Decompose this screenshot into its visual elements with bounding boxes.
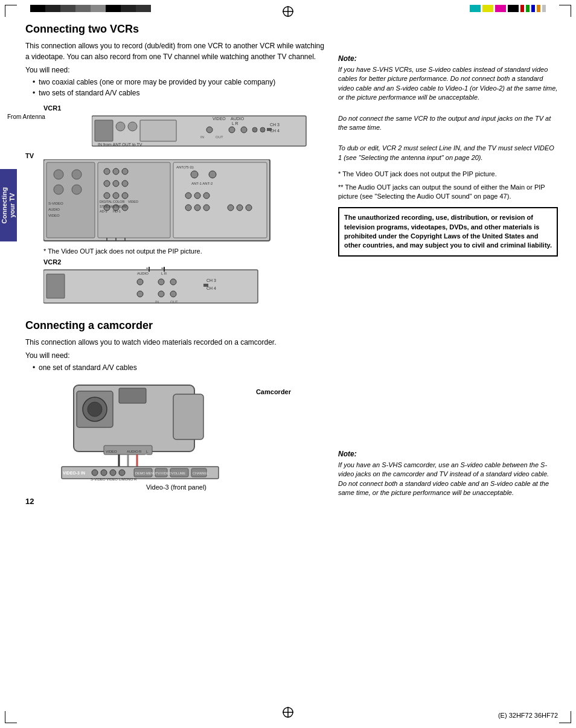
svg-text:OUT: OUT	[170, 300, 178, 304]
svg-text:VOLUME: VOLUME	[171, 471, 186, 475]
note1-line1: If you have S-VHS VCRs, use S-video cabl…	[338, 65, 558, 103]
note1-title: Note:	[338, 54, 558, 63]
section1-body: This connection allows you to record (du…	[25, 40, 327, 62]
vcr2-diagram-area: VCR2 CH 3 CH 4	[43, 258, 327, 311]
svg-point-72	[170, 279, 176, 285]
section1-title: Connecting two VCRs	[25, 23, 327, 36]
svg-text:OUT: OUT	[216, 135, 223, 139]
svg-point-28	[54, 185, 63, 194]
svg-text:AUDIO: AUDIO	[231, 117, 245, 121]
svg-point-53	[194, 205, 200, 211]
svg-text:VIDEO: VIDEO	[106, 450, 117, 453]
note1-line2: Do not connect the same VCR to the outpu…	[338, 114, 558, 133]
svg-text:ANT(75 Ω): ANT(75 Ω)	[176, 165, 194, 169]
svg-text:DEMO  MENU: DEMO MENU	[135, 471, 156, 475]
svg-text:VIDEO: VIDEO	[48, 214, 60, 217]
svg-point-19	[260, 127, 265, 132]
svg-point-12	[206, 127, 213, 133]
svg-point-57	[246, 205, 252, 211]
vcr2-svg: CH 3 CH 4 IN OUT AUDIO L R * **	[43, 267, 261, 309]
tv-label: TV	[25, 152, 327, 159]
star-note-right-1: * The Video OUT jack does not output the…	[338, 170, 558, 179]
svg-point-34	[113, 168, 119, 174]
note2-title: Note:	[338, 450, 558, 458]
section2-bullet-1: one set of standard A/V cables	[33, 362, 327, 373]
bullet-item-2: two sets of standard A/V cables	[33, 88, 327, 98]
copyright-box: The unauthorized recording, use, distrib…	[338, 207, 558, 257]
reg-mark-top	[281, 5, 295, 20]
corner-bl	[5, 711, 17, 723]
note2-text: If you have an S-VHS camcorder, use an S…	[338, 461, 558, 498]
vcr2-box: CH 3 CH 4 IN OUT AUDIO L R * **	[43, 267, 327, 311]
corner-br	[559, 711, 571, 723]
sidebar: Connecting your TV	[0, 169, 17, 241]
svg-text:AUDIO: AUDIO	[48, 208, 60, 211]
svg-text:IN: IN	[155, 300, 159, 304]
vcr2-label: VCR2	[43, 258, 327, 266]
svg-rect-5	[116, 122, 125, 131]
camcorder-diagram-area: Camcorder VIDEO	[25, 379, 327, 491]
svg-point-71	[158, 279, 164, 285]
svg-text:DIGITAL: DIGITAL	[100, 200, 112, 203]
svg-point-106	[110, 470, 116, 476]
section2-bullets: one set of standard A/V cables	[25, 362, 327, 373]
svg-point-47	[209, 171, 216, 178]
sidebar-text: Connecting your TV	[1, 187, 16, 224]
svg-point-56	[237, 205, 243, 211]
section1-bullets: two coaxial cables (one or more may be p…	[25, 77, 327, 98]
svg-text:R: R	[139, 450, 142, 453]
tv-svg: S-VIDEO AUDIO VIDEO	[43, 159, 273, 244]
svg-rect-25	[173, 162, 267, 238]
svg-point-74	[158, 291, 164, 297]
svg-rect-4	[95, 120, 113, 141]
vcr1-svg: IN from ANT OUT to TV AUDIO L R VIDEO CH…	[92, 113, 309, 149]
svg-point-38	[122, 180, 128, 187]
svg-rect-17	[267, 128, 272, 131]
svg-text:STREAM: STREAM	[113, 205, 127, 208]
svg-text:AD-1: AD-1	[100, 209, 107, 213]
svg-rect-7	[140, 120, 176, 141]
svg-rect-92	[119, 388, 146, 403]
copyright-text: The unauthorized recording, use, distrib…	[344, 213, 552, 251]
svg-point-35	[122, 168, 128, 174]
svg-text:COLOR: COLOR	[113, 200, 125, 203]
svg-rect-6	[128, 122, 137, 131]
svg-text:L    R: L R	[232, 121, 238, 126]
tv-box: S-VIDEO AUDIO VIDEO	[43, 159, 327, 246]
vcr1-diagram-area: VCR1 IN from ANT OUT to TV AUDIO L R	[43, 104, 327, 151]
right-column: Note: If you have S-VHS VCRs, use S-vide…	[338, 18, 558, 506]
svg-point-54	[203, 205, 210, 211]
svg-text:L  R: L R	[161, 272, 167, 275]
video3-label: Video-3 (front panel)	[25, 484, 327, 491]
star-note-right-text1: * The Video OUT jack does not output the…	[338, 170, 558, 179]
svg-text:*: *	[146, 267, 148, 272]
svg-point-36	[104, 180, 110, 187]
svg-point-40	[113, 193, 119, 199]
svg-point-46	[191, 171, 198, 178]
svg-point-90	[88, 402, 102, 417]
svg-point-14	[241, 127, 247, 133]
camcorder-svg: VIDEO AUDIO R L VIDEO-3 IN DEMO M	[25, 379, 255, 482]
svg-rect-78	[203, 284, 208, 287]
corner-tl	[5, 5, 17, 17]
corner-tr	[559, 5, 571, 17]
svg-point-13	[229, 127, 235, 133]
svg-text:STREAM: STREAM	[100, 205, 114, 208]
svg-text:AUDIO: AUDIO	[137, 272, 149, 275]
svg-point-105	[101, 470, 107, 476]
svg-point-52	[185, 205, 191, 211]
svg-text:ANT-1      ANT-2: ANT-1 ANT-2	[191, 182, 213, 185]
svg-text:IN from ANT OUT to TV: IN from ANT OUT to TV	[98, 142, 142, 147]
svg-point-39	[104, 193, 110, 199]
svg-text:**: **	[161, 267, 165, 272]
svg-point-37	[113, 180, 119, 187]
svg-text:S-VIDEO  VIDEO  L/MONO   R: S-VIDEO VIDEO L/MONO R	[91, 477, 137, 481]
note1-line3: To dub or edit, VCR 2 must select Line I…	[338, 144, 558, 162]
svg-point-18	[252, 127, 257, 132]
svg-text:HD-1: HD-1	[113, 209, 121, 213]
svg-point-104	[92, 470, 98, 476]
svg-point-29	[72, 185, 82, 194]
svg-text:TV/VIDEO: TV/VIDEO	[156, 471, 171, 475]
section1-you-will-need: You will need:	[25, 66, 327, 74]
svg-text:CH 3: CH 3	[206, 278, 216, 283]
